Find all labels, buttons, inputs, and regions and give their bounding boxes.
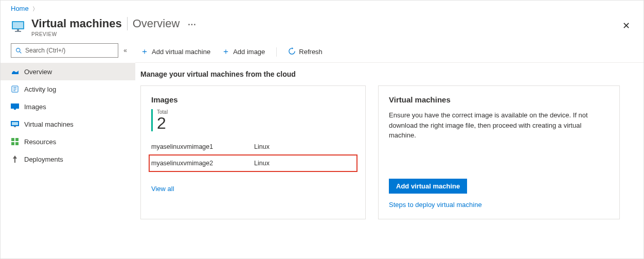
svg-rect-17: [11, 142, 14, 145]
sidebar-item-activity-log[interactable]: Activity log: [1, 80, 135, 98]
collapse-sidebar-button[interactable]: «: [121, 45, 129, 56]
svg-rect-16: [15, 138, 19, 141]
svg-line-5: [20, 51, 21, 53]
refresh-icon: [288, 47, 296, 57]
sidebar-item-label: Deployments: [24, 156, 63, 163]
main-content: ＋ Add virtual machine ＋ Add image Refres…: [135, 43, 643, 258]
virtual-machines-icon: [11, 120, 19, 128]
toolbar-separator: [276, 47, 277, 57]
sidebar-item-images[interactable]: Images: [1, 98, 135, 115]
view-all-link[interactable]: View all: [151, 185, 355, 193]
deploy-steps-link[interactable]: Steps to deploy virtual machine: [389, 201, 609, 209]
table-row[interactable]: myaselinuxvmimage2 Linux: [149, 155, 357, 171]
svg-point-4: [16, 48, 20, 51]
sidebar-item-deployments[interactable]: Deployments: [1, 150, 135, 168]
add-virtual-machine-primary-button[interactable]: Add virtual machine: [389, 179, 467, 194]
main-subtitle: Manage your virtual machines from the cl…: [135, 63, 643, 85]
sidebar-item-virtual-machines[interactable]: Virtual machines: [1, 115, 135, 133]
sidebar-item-label: Images: [24, 103, 46, 111]
sidebar-item-overview[interactable]: Overview: [1, 63, 135, 80]
svg-rect-18: [15, 142, 19, 145]
sidebar-item-resources[interactable]: Resources: [1, 133, 135, 150]
refresh-button[interactable]: Refresh: [288, 47, 323, 57]
page-title: Virtual machines Overview ···: [31, 17, 196, 30]
virtual-machines-card: Virtual machines Ensure you have the cor…: [378, 85, 620, 219]
sidebar-nav: Overview Activity log Images: [1, 63, 135, 168]
resources-icon: [11, 137, 19, 146]
add-image-button[interactable]: ＋ Add image: [222, 46, 265, 57]
vm-card-description: Ensure you have the correct image is ava…: [389, 110, 609, 179]
activity-log-icon: [11, 85, 19, 93]
toolbar: ＋ Add virtual machine ＋ Add image Refres…: [135, 43, 643, 63]
search-icon: [15, 47, 22, 54]
overview-icon: [11, 67, 19, 76]
svg-rect-3: [15, 31, 21, 32]
sidebar: Search (Ctrl+/) « Overview Activity log: [1, 43, 135, 258]
svg-rect-15: [11, 138, 14, 141]
vm-card-title: Virtual machines: [389, 95, 609, 104]
images-total: Total 2: [151, 109, 355, 131]
page-header: Virtual machines Overview ··· PREVIEW ✕: [1, 15, 643, 43]
sidebar-item-label: Activity log: [24, 85, 56, 93]
svg-rect-13: [12, 122, 18, 125]
plus-icon: ＋: [222, 46, 230, 57]
images-table: myaselinuxvmimage1 Linux myaselinuxvmima…: [151, 139, 355, 171]
more-actions-button[interactable]: ···: [188, 20, 196, 29]
plus-icon: ＋: [140, 46, 149, 57]
vm-logo-icon: [11, 20, 25, 32]
search-input[interactable]: Search (Ctrl+/): [11, 43, 118, 58]
svg-rect-11: [14, 109, 16, 110]
sidebar-item-label: Overview: [24, 68, 52, 76]
add-virtual-machine-button[interactable]: ＋ Add virtual machine: [140, 46, 210, 57]
table-row[interactable]: myaselinuxvmimage1 Linux: [151, 139, 355, 155]
breadcrumb: Home 〉: [1, 1, 643, 15]
svg-rect-2: [17, 29, 19, 31]
images-icon: [11, 102, 19, 111]
svg-rect-1: [13, 22, 23, 28]
deployments-icon: [11, 155, 19, 163]
preview-badge: PREVIEW: [31, 31, 196, 37]
breadcrumb-home[interactable]: Home: [11, 5, 29, 12]
sidebar-item-label: Virtual machines: [24, 120, 74, 128]
svg-rect-10: [11, 103, 19, 109]
images-card: Images Total 2 myaselinuxvmimage1 Linux: [140, 85, 366, 219]
images-card-title: Images: [151, 95, 355, 104]
close-button[interactable]: ✕: [619, 17, 633, 34]
chevron-right-icon: 〉: [32, 6, 38, 12]
sidebar-item-label: Resources: [24, 138, 56, 146]
svg-rect-14: [14, 126, 16, 127]
